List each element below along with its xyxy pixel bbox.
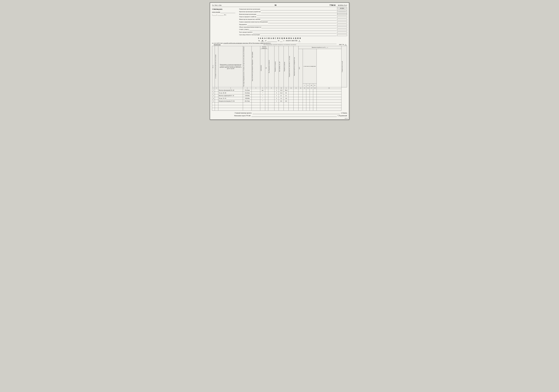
cell-col-18	[313, 91, 317, 94]
empty-cell-2-12	[294, 108, 298, 110]
cell-col-17	[310, 89, 313, 91]
th-q2: II	[306, 84, 310, 87]
na-section: на узла ввода пара и вывода конденсата р…	[212, 42, 347, 45]
cell-col-18	[313, 100, 317, 102]
empty-cell-2-7	[268, 108, 274, 110]
cell-col-10: 12,8	[279, 89, 284, 91]
na-label: на	[212, 42, 213, 44]
empty-cell-1-18	[317, 105, 341, 108]
na-desc2: дизтоплива	[214, 44, 221, 45]
empty-cell-2-13	[298, 108, 303, 110]
empty-cell-1-14	[303, 105, 306, 108]
empty-cell-0-15	[306, 102, 310, 105]
cell-col-2	[215, 100, 218, 102]
cell-col-14	[298, 89, 303, 91]
table-row: 3Вентиль муфтовый 40 –1615б16бк"12,12,1	[212, 94, 347, 97]
org-row-6: Главное управление министерства (объедин…	[239, 21, 347, 23]
spec-year-label: 19	[278, 40, 279, 42]
cell-col-9: 1	[274, 94, 279, 97]
cn-6: 6	[260, 87, 265, 89]
cell-col-13	[294, 97, 298, 100]
kody-label: КОДЫ	[338, 8, 346, 9]
cell-col-16	[306, 97, 310, 100]
cn-11: 11	[284, 87, 289, 89]
empty-cell-1-16	[310, 105, 313, 108]
cell-col-4: 45с13нж	[243, 100, 252, 102]
cell-col-10: 12,4	[279, 91, 284, 94]
top-left-code: Т.п 704.1-150с	[212, 4, 222, 6]
sig-row-dept: Начальник отдела ТТСиВ С.Радзиевский	[234, 115, 347, 117]
forma-label: ФОРМА № 8	[338, 4, 347, 6]
th-total: всего	[298, 49, 303, 87]
spec-year-suffix: г. — ВСЕГО ЛИСТОВ	[283, 40, 297, 42]
list-no: ЛИСТ № 1	[339, 44, 347, 45]
dept-head-sig-line	[252, 115, 337, 117]
cn-17: 17	[310, 87, 313, 89]
cell-col-6: шт.	[260, 89, 265, 91]
empty-cell-1-12	[294, 105, 298, 108]
empty-cell-1-6	[265, 105, 268, 108]
cell-col-8	[268, 91, 274, 94]
th-prinyat: Принятая потребность на 19____г.	[298, 46, 341, 49]
cell-col-4: 15б16бк	[243, 94, 252, 97]
org-row-3: Комплектующая организация	[239, 13, 347, 16]
cell-col-14	[298, 94, 303, 97]
org-row-7: Предприятие	[239, 23, 347, 26]
top-right: 7798/10 ФОРМА № 8	[329, 4, 347, 6]
cell-col-11: 2,1	[284, 94, 289, 97]
empty-cell-2-15	[306, 108, 310, 110]
page-number: 98	[275, 4, 276, 6]
cell-col-1: 3	[212, 94, 215, 97]
cell-col-7	[265, 97, 268, 100]
cell-col-16	[306, 100, 310, 102]
cell-col-14	[298, 100, 303, 102]
cell-col-3: Вентиль фланцевый 50–40	[218, 89, 243, 91]
top-bar: Т.п 704.1-150с 98 7798/10 ФОРМА № 8	[212, 4, 347, 7]
th-maker: Завод–изготовитель (для импортного обору…	[252, 46, 260, 87]
org-row-5: Министерство (ведомство)–заказчик	[239, 18, 347, 21]
spec-ot-value	[267, 40, 277, 42]
cell-col-1: 2	[212, 91, 215, 94]
cn-3: 3	[218, 87, 243, 89]
cell-col-19	[317, 97, 341, 100]
empty-cell-0-1	[215, 102, 218, 105]
empty-cell-0-18	[317, 102, 341, 105]
cell-col-16	[306, 91, 310, 94]
cell-col-9: 3	[274, 97, 279, 100]
org-row-8: Объект (производственная мощность)	[239, 26, 347, 28]
empty-cell-0-7	[268, 102, 274, 105]
empty-cell-1-2	[218, 105, 243, 108]
page: Т.п 704.1-150с 98 7798/10 ФОРМА № 8 КОДЫ…	[210, 2, 349, 120]
cell-col-3: То же. 40–40	[218, 91, 243, 94]
cn-7: 7	[265, 87, 268, 89]
cn-12: 12	[289, 87, 294, 89]
empty-cell-0-10	[284, 102, 289, 105]
empty-cell-1-1	[215, 105, 218, 108]
cell-col-8	[268, 94, 274, 97]
empty-cell-1-9	[279, 105, 284, 108]
empty-cell-0-8	[274, 102, 279, 105]
empty-cell-1-13	[298, 105, 303, 108]
th-q4: IV	[313, 84, 317, 87]
cell-col-11: 38,4	[284, 89, 289, 91]
cn-2: 2	[215, 87, 218, 89]
approve-block: УТВЕРЖДАЮ: НАЧАЛЬНИК « » 19 г.	[212, 8, 237, 36]
org-row-4: Отрасль народного хозяйства	[239, 16, 347, 18]
org-row-11: Срок ввода объекта в эксплуатацию	[239, 34, 347, 36]
cell-col-19	[317, 89, 341, 91]
th-price: Цена единицы, тыс. руб.	[279, 46, 284, 87]
cn-1: 1	[212, 87, 215, 89]
cell-col-19	[317, 94, 341, 97]
empty-cell-0-9	[279, 102, 284, 105]
org-row-2: Проектная организация–разработчик	[239, 10, 347, 13]
th-unit-name: наименование	[260, 49, 265, 87]
cell-col-9: 5	[274, 91, 279, 94]
empty-cell-0-0	[212, 102, 215, 105]
empty-cell-0-6	[265, 102, 268, 105]
empty-cell-2-17	[313, 108, 317, 110]
cell-col-12	[289, 97, 294, 100]
cell-col-5	[252, 89, 260, 91]
table-row: 2То же. 40–4015с22нж"512,462	[212, 91, 347, 94]
na-desc: узла ввода пара и вывода конденсата резе…	[214, 42, 347, 44]
main-table: № п. п. № позиции по тех-нологической сх…	[212, 46, 347, 111]
